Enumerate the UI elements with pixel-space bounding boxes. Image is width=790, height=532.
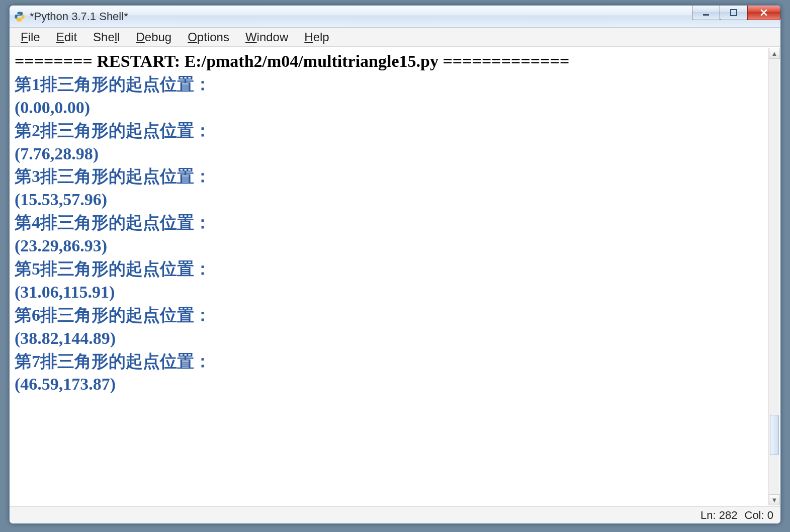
menubar: File Edit Shell Debug Options Window Hel… (10, 28, 780, 47)
status-col: Col: 0 (745, 509, 774, 522)
window-title: *Python 3.7.1 Shell* (30, 10, 128, 23)
menu-options[interactable]: Options (180, 28, 237, 46)
shell-output[interactable]: ======== RESTART: E:/pmath2/m04/multitri… (11, 48, 768, 505)
restart-line: ======== RESTART: E:/pmath2/m04/multitri… (15, 52, 569, 70)
output-line: 第5排三角形的起点位置： (15, 259, 211, 278)
python-icon (14, 11, 26, 23)
minimize-button[interactable] (692, 6, 720, 20)
output-line: (38.82,144.89) (15, 329, 116, 347)
close-button[interactable] (747, 6, 780, 20)
menu-file[interactable]: File (13, 28, 48, 46)
scroll-thumb[interactable] (770, 415, 779, 455)
menu-shell[interactable]: Shell (85, 28, 128, 46)
scroll-down-button[interactable]: ▼ (769, 494, 780, 505)
menu-help[interactable]: Help (296, 28, 337, 46)
titlebar[interactable]: *Python 3.7.1 Shell* (10, 6, 780, 28)
menu-window[interactable]: Window (237, 28, 296, 46)
output-line: (31.06,115.91) (15, 283, 115, 301)
idle-shell-window: *Python 3.7.1 Shell* File Edit Shell Deb… (9, 5, 781, 524)
scroll-up-button[interactable]: ▲ (769, 48, 780, 59)
output-line: 第6排三角形的起点位置： (15, 306, 211, 324)
vertical-scrollbar[interactable]: ▲ ▼ (768, 48, 779, 505)
statusbar: Ln: 282 Col: 0 (10, 506, 780, 523)
output-line: 第1排三角形的起点位置： (15, 75, 211, 94)
output-line: 第7排三角形的起点位置： (15, 352, 211, 371)
maximize-button[interactable] (720, 6, 748, 20)
window-controls (692, 6, 780, 20)
output-line: 第4排三角形的起点位置： (15, 213, 211, 232)
output-line: (7.76,28.98) (15, 144, 99, 163)
output-line: (46.59,173.87) (15, 375, 116, 393)
output-line: (0.00,0.00) (15, 98, 90, 117)
output-line: 第3排三角形的起点位置： (15, 167, 211, 186)
output-line: (15.53,57.96) (15, 190, 107, 209)
output-line: 第2排三角形的起点位置： (15, 121, 211, 140)
output-line: (23.29,86.93) (15, 236, 107, 255)
svg-rect-1 (731, 10, 737, 16)
menu-debug[interactable]: Debug (128, 28, 180, 46)
svg-rect-0 (703, 14, 709, 16)
content-wrap: ======== RESTART: E:/pmath2/m04/multitri… (10, 47, 780, 506)
menu-edit[interactable]: Edit (48, 28, 85, 46)
status-line: Ln: 282 (700, 509, 737, 522)
